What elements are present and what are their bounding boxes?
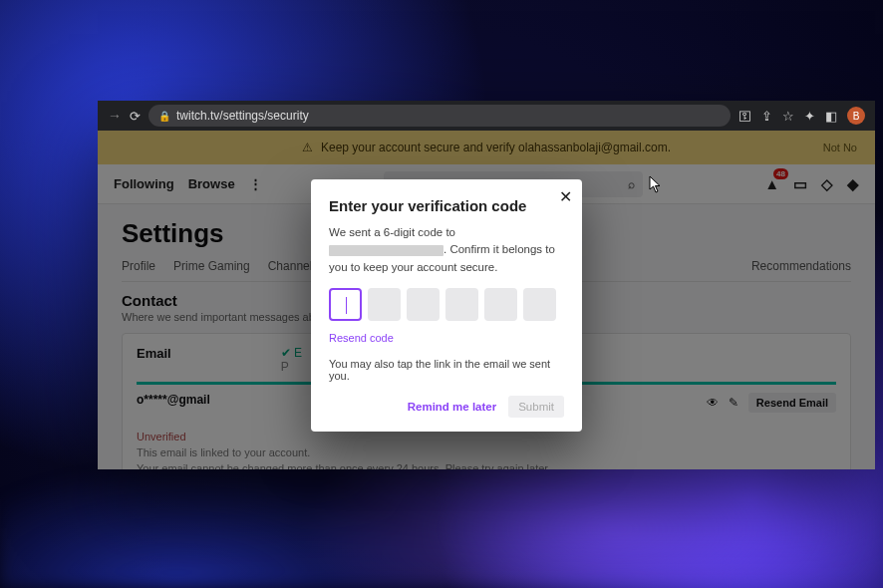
submit-button[interactable]: Submit [508, 396, 564, 418]
share-icon[interactable]: ⇪ [761, 109, 772, 124]
lock-icon: 🔒 [158, 111, 170, 122]
resend-code-link[interactable]: Resend code [329, 332, 394, 344]
code-digit-1[interactable] [329, 288, 362, 321]
modal-description: We sent a 6-digit code to . Confirm it b… [329, 224, 564, 276]
url-text: twitch.tv/settings/security [176, 109, 309, 123]
code-digit-3[interactable] [407, 288, 440, 321]
reload-icon[interactable]: ⟳ [130, 109, 141, 124]
redacted-email [329, 245, 443, 256]
code-digit-6[interactable] [523, 288, 556, 321]
window-icon[interactable]: ◧ [825, 109, 837, 124]
close-icon[interactable]: ✕ [559, 187, 572, 206]
modal-title: Enter your verification code [329, 197, 564, 214]
code-digit-4[interactable] [445, 288, 478, 321]
star-icon[interactable]: ☆ [782, 109, 794, 124]
code-digit-5[interactable] [484, 288, 517, 321]
tap-link-hint: You may also tap the link in the email w… [329, 358, 564, 382]
key-icon[interactable]: ⚿ [738, 109, 751, 124]
code-digit-2[interactable] [368, 288, 401, 321]
remind-later-button[interactable]: Remind me later [408, 401, 496, 413]
code-input-row [329, 288, 564, 321]
extensions-icon[interactable]: ✦ [804, 109, 815, 124]
verification-modal: ✕ Enter your verification code We sent a… [311, 179, 582, 432]
browser-chrome-bar: → ⟳ 🔒 twitch.tv/settings/security ⚿ ⇪ ☆ … [98, 101, 875, 131]
forward-icon[interactable]: → [108, 108, 122, 124]
address-bar[interactable]: 🔒 twitch.tv/settings/security [148, 105, 731, 127]
profile-avatar[interactable]: B [847, 107, 865, 125]
